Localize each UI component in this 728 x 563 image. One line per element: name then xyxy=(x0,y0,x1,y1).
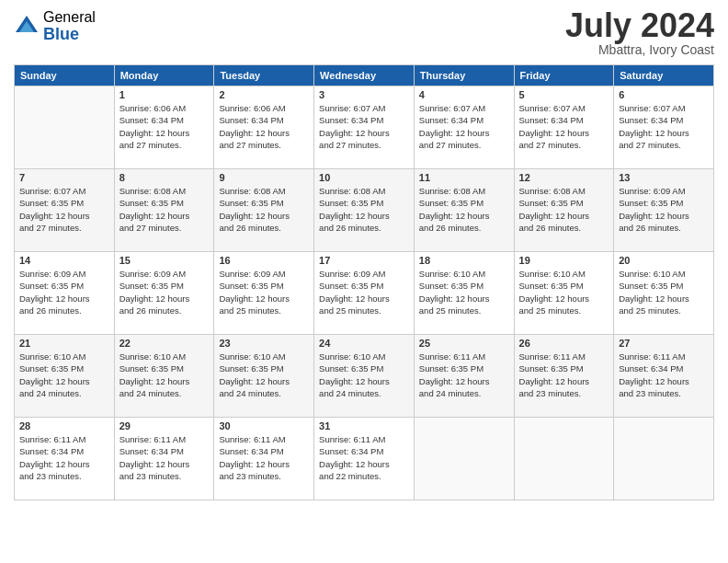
logo-blue: Blue xyxy=(43,26,96,44)
day-number: 9 xyxy=(219,172,309,183)
day-number: 5 xyxy=(519,89,609,100)
day-info: Sunrise: 6:10 AM Sunset: 6:35 PM Dayligh… xyxy=(19,350,109,399)
calendar: Sunday Monday Tuesday Wednesday Thursday… xyxy=(14,64,714,500)
day-number: 7 xyxy=(19,172,109,183)
table-row xyxy=(414,418,514,500)
col-friday: Friday xyxy=(514,65,614,86)
day-info: Sunrise: 6:10 AM Sunset: 6:35 PM Dayligh… xyxy=(319,350,409,399)
calendar-week-row: 21Sunrise: 6:10 AM Sunset: 6:35 PM Dayli… xyxy=(15,335,714,418)
day-number: 25 xyxy=(419,338,509,349)
col-monday: Monday xyxy=(114,65,214,86)
day-info: Sunrise: 6:11 AM Sunset: 6:34 PM Dayligh… xyxy=(219,433,309,482)
day-number: 30 xyxy=(219,420,309,431)
day-info: Sunrise: 6:08 AM Sunset: 6:35 PM Dayligh… xyxy=(519,185,609,234)
day-info: Sunrise: 6:07 AM Sunset: 6:34 PM Dayligh… xyxy=(519,102,609,151)
day-info: Sunrise: 6:06 AM Sunset: 6:34 PM Dayligh… xyxy=(119,102,210,151)
day-number: 19 xyxy=(519,255,609,266)
day-number: 14 xyxy=(19,255,109,266)
table-row xyxy=(514,418,614,500)
table-row: 1Sunrise: 6:06 AM Sunset: 6:34 PM Daylig… xyxy=(114,86,214,169)
month-title: July 2024 xyxy=(565,9,714,42)
day-number: 28 xyxy=(19,420,109,431)
day-number: 17 xyxy=(319,255,409,266)
table-row: 18Sunrise: 6:10 AM Sunset: 6:35 PM Dayli… xyxy=(414,252,514,335)
table-row: 31Sunrise: 6:11 AM Sunset: 6:34 PM Dayli… xyxy=(314,418,415,500)
table-row: 27Sunrise: 6:11 AM Sunset: 6:34 PM Dayli… xyxy=(614,335,714,418)
table-row: 28Sunrise: 6:11 AM Sunset: 6:34 PM Dayli… xyxy=(15,418,115,500)
calendar-week-row: 28Sunrise: 6:11 AM Sunset: 6:34 PM Dayli… xyxy=(15,418,714,500)
table-row: 21Sunrise: 6:10 AM Sunset: 6:35 PM Dayli… xyxy=(15,335,115,418)
day-number: 16 xyxy=(219,255,309,266)
day-info: Sunrise: 6:09 AM Sunset: 6:35 PM Dayligh… xyxy=(619,185,709,234)
day-info: Sunrise: 6:07 AM Sunset: 6:34 PM Dayligh… xyxy=(419,102,509,151)
table-row: 19Sunrise: 6:10 AM Sunset: 6:35 PM Dayli… xyxy=(514,252,614,335)
day-number: 24 xyxy=(319,338,409,349)
table-row: 10Sunrise: 6:08 AM Sunset: 6:35 PM Dayli… xyxy=(314,169,415,252)
day-number: 8 xyxy=(119,172,210,183)
day-info: Sunrise: 6:09 AM Sunset: 6:35 PM Dayligh… xyxy=(19,268,109,316)
table-row: 8Sunrise: 6:08 AM Sunset: 6:35 PM Daylig… xyxy=(114,169,214,252)
day-info: Sunrise: 6:11 AM Sunset: 6:34 PM Dayligh… xyxy=(119,433,210,482)
calendar-week-row: 1Sunrise: 6:06 AM Sunset: 6:34 PM Daylig… xyxy=(15,86,714,169)
day-info: Sunrise: 6:11 AM Sunset: 6:35 PM Dayligh… xyxy=(419,350,509,399)
day-number: 1 xyxy=(119,89,210,100)
table-row: 20Sunrise: 6:10 AM Sunset: 6:35 PM Dayli… xyxy=(614,252,714,335)
day-info: Sunrise: 6:06 AM Sunset: 6:34 PM Dayligh… xyxy=(219,102,309,151)
col-saturday: Saturday xyxy=(614,65,714,86)
day-number: 27 xyxy=(619,338,709,349)
day-number: 11 xyxy=(419,172,509,183)
day-info: Sunrise: 6:10 AM Sunset: 6:35 PM Dayligh… xyxy=(519,268,609,316)
day-info: Sunrise: 6:08 AM Sunset: 6:35 PM Dayligh… xyxy=(319,185,409,234)
day-info: Sunrise: 6:07 AM Sunset: 6:34 PM Dayligh… xyxy=(319,102,409,151)
header: General Blue July 2024 Mbattra, Ivory Co… xyxy=(14,9,714,57)
calendar-header-row: Sunday Monday Tuesday Wednesday Thursday… xyxy=(15,65,714,86)
table-row: 15Sunrise: 6:09 AM Sunset: 6:35 PM Dayli… xyxy=(114,252,214,335)
table-row: 29Sunrise: 6:11 AM Sunset: 6:34 PM Dayli… xyxy=(114,418,214,500)
day-info: Sunrise: 6:10 AM Sunset: 6:35 PM Dayligh… xyxy=(119,350,210,399)
table-row: 2Sunrise: 6:06 AM Sunset: 6:34 PM Daylig… xyxy=(214,86,314,169)
location: Mbattra, Ivory Coast xyxy=(565,42,714,57)
day-info: Sunrise: 6:07 AM Sunset: 6:34 PM Dayligh… xyxy=(619,102,709,151)
day-number: 13 xyxy=(619,172,709,183)
day-number: 21 xyxy=(19,338,109,349)
table-row: 26Sunrise: 6:11 AM Sunset: 6:35 PM Dayli… xyxy=(514,335,614,418)
table-row: 30Sunrise: 6:11 AM Sunset: 6:34 PM Dayli… xyxy=(214,418,314,500)
day-number: 18 xyxy=(419,255,509,266)
table-row xyxy=(614,418,714,500)
page: General Blue July 2024 Mbattra, Ivory Co… xyxy=(0,0,728,563)
day-number: 3 xyxy=(319,89,409,100)
table-row: 24Sunrise: 6:10 AM Sunset: 6:35 PM Dayli… xyxy=(314,335,415,418)
day-info: Sunrise: 6:10 AM Sunset: 6:35 PM Dayligh… xyxy=(619,268,709,316)
table-row: 14Sunrise: 6:09 AM Sunset: 6:35 PM Dayli… xyxy=(15,252,115,335)
day-info: Sunrise: 6:10 AM Sunset: 6:35 PM Dayligh… xyxy=(419,268,509,316)
day-info: Sunrise: 6:11 AM Sunset: 6:34 PM Dayligh… xyxy=(619,350,709,399)
day-number: 26 xyxy=(519,338,609,349)
table-row: 17Sunrise: 6:09 AM Sunset: 6:35 PM Dayli… xyxy=(314,252,415,335)
table-row: 16Sunrise: 6:09 AM Sunset: 6:35 PM Dayli… xyxy=(214,252,314,335)
table-row: 4Sunrise: 6:07 AM Sunset: 6:34 PM Daylig… xyxy=(414,86,514,169)
col-tuesday: Tuesday xyxy=(214,65,314,86)
col-wednesday: Wednesday xyxy=(314,65,415,86)
table-row xyxy=(15,86,115,169)
logo-text: General Blue xyxy=(43,9,96,43)
table-row: 7Sunrise: 6:07 AM Sunset: 6:35 PM Daylig… xyxy=(15,169,115,252)
day-info: Sunrise: 6:10 AM Sunset: 6:35 PM Dayligh… xyxy=(219,350,309,399)
day-info: Sunrise: 6:08 AM Sunset: 6:35 PM Dayligh… xyxy=(419,185,509,234)
day-info: Sunrise: 6:09 AM Sunset: 6:35 PM Dayligh… xyxy=(319,268,409,316)
logo-icon xyxy=(14,14,40,40)
day-number: 15 xyxy=(119,255,210,266)
calendar-week-row: 7Sunrise: 6:07 AM Sunset: 6:35 PM Daylig… xyxy=(15,169,714,252)
day-info: Sunrise: 6:11 AM Sunset: 6:35 PM Dayligh… xyxy=(519,350,609,399)
table-row: 5Sunrise: 6:07 AM Sunset: 6:34 PM Daylig… xyxy=(514,86,614,169)
table-row: 9Sunrise: 6:08 AM Sunset: 6:35 PM Daylig… xyxy=(214,169,314,252)
logo: General Blue xyxy=(14,9,96,43)
table-row: 13Sunrise: 6:09 AM Sunset: 6:35 PM Dayli… xyxy=(614,169,714,252)
day-info: Sunrise: 6:08 AM Sunset: 6:35 PM Dayligh… xyxy=(219,185,309,234)
day-number: 31 xyxy=(319,420,409,431)
table-row: 11Sunrise: 6:08 AM Sunset: 6:35 PM Dayli… xyxy=(414,169,514,252)
table-row: 3Sunrise: 6:07 AM Sunset: 6:34 PM Daylig… xyxy=(314,86,415,169)
col-sunday: Sunday xyxy=(15,65,115,86)
day-number: 12 xyxy=(519,172,609,183)
day-number: 23 xyxy=(219,338,309,349)
logo-general: General xyxy=(43,9,96,26)
